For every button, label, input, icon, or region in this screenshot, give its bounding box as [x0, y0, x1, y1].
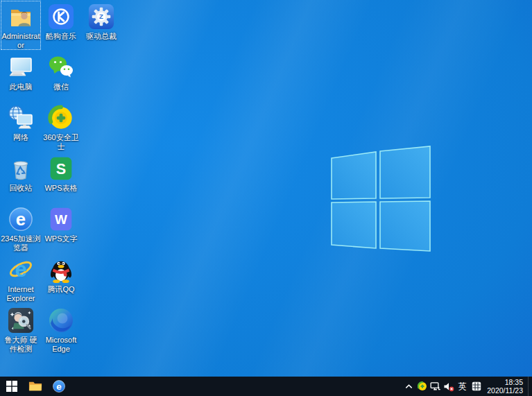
start-icon [6, 381, 17, 392]
desktop-icon-label: Internet Explorer [1, 285, 41, 303]
ludashi-icon [7, 307, 35, 334]
desktop-icon-driver-genius[interactable]: Z驱动总裁 [81, 1, 121, 41]
desktop-icon-label: Microsoft Edge [41, 336, 81, 354]
e2345-icon: e [7, 205, 35, 233]
safe360-mini-icon [418, 381, 427, 391]
svg-text:S: S [56, 160, 66, 178]
taskbar-buttons: e [0, 377, 71, 396]
svg-text:Z: Z [99, 12, 103, 20]
desktop-icon-this-pc[interactable]: 此电脑 [1, 51, 41, 92]
taskbar-button-2345-browser[interactable]: e [47, 377, 71, 396]
svg-text:e: e [16, 209, 26, 229]
desktop-icon-label: Administrator [1, 32, 41, 50]
show-desktop-button[interactable] [528, 377, 532, 396]
clock-time: 18:35 [505, 378, 523, 386]
desktop-icon-kugou-music[interactable]: 酷狗音乐 [41, 1, 81, 41]
desktop-icon-label: 酷狗音乐 [41, 32, 81, 41]
qq-icon [47, 256, 75, 284]
network-mini-icon [430, 381, 440, 391]
desktop-icon-label: 驱动总裁 [81, 32, 121, 41]
tray-icons [402, 377, 455, 396]
desktop-icon-label: 2345加速浏览器 [1, 234, 41, 252]
network-icon [7, 104, 35, 132]
desktop-icon-label: 鲁大师 硬件检测 [1, 336, 41, 354]
recycle-bin-icon [7, 155, 35, 182]
desktop-icon-microsoft-edge[interactable]: Microsoft Edge [41, 304, 81, 354]
desktop-icon-tencent-qq[interactable]: 腾讯QQ [41, 254, 81, 294]
desktop-icon-label: 此电脑 [1, 83, 41, 92]
taskbar-clock[interactable]: 18:35 2020/11/23 [483, 377, 528, 396]
ie-icon: e [7, 256, 35, 284]
taskbar-button-file-explorer[interactable] [24, 377, 47, 396]
windows-logo [326, 143, 431, 252]
desktop-icon-recycle-bin[interactable]: 回收站 [1, 153, 41, 193]
kugou-icon [47, 3, 75, 31]
windows-desktop-screen: Administrator酷狗音乐Z驱动总裁此电脑微信网络360安全卫士回收站S… [0, 0, 532, 396]
ime-grid-icon[interactable] [470, 377, 483, 396]
desktop-icon-internet-explorer[interactable]: eInternet Explorer [1, 254, 41, 303]
volume-mute-icon [443, 381, 454, 392]
svg-text:e: e [56, 381, 62, 392]
desktop-icon-wps-writer[interactable]: WWPS文字 [41, 203, 81, 243]
driver-gear-icon: Z [87, 3, 115, 31]
user-folder-icon [7, 3, 35, 31]
wechat-icon [47, 53, 75, 81]
desktop-icon-wechat[interactable]: 微信 [41, 51, 81, 92]
desktop-icon-ludashi[interactable]: 鲁大师 硬件检测 [1, 304, 41, 354]
edge-icon [47, 307, 75, 334]
svg-text:W: W [55, 212, 67, 227]
desktop-wallpaper[interactable]: Administrator酷狗音乐Z驱动总裁此电脑微信网络360安全卫士回收站S… [0, 0, 532, 377]
tray-network[interactable] [429, 377, 442, 396]
desktop-icon-label: 360安全卫士 [41, 133, 81, 151]
e2345-task-icon: e [52, 379, 66, 393]
safe360-icon [47, 104, 75, 132]
taskbar: e 英 18:35 2020/11/23 [0, 377, 532, 396]
desktop-icon-wps-sheet[interactable]: SWPS表格 [41, 153, 81, 193]
this-pc-icon [7, 53, 35, 81]
desktop-icon-360-safe[interactable]: 360安全卫士 [41, 102, 81, 151]
desktop-icon-label: 微信 [41, 83, 81, 92]
wps-writer-icon: W [47, 205, 75, 233]
desktop-icon-label: 回收站 [1, 184, 41, 193]
desktop-icon-label: 网络 [1, 133, 41, 142]
taskbar-button-start[interactable] [0, 377, 24, 396]
svg-text:e: e [15, 257, 26, 282]
tray-expand[interactable] [402, 377, 415, 396]
desktop-icon-label: WPS表格 [41, 184, 81, 193]
explorer-icon [28, 380, 42, 393]
desktop-icon-administrator[interactable]: Administrator [1, 1, 41, 50]
ime-language-indicator[interactable]: 英 [455, 377, 470, 396]
system-tray: 英 18:35 2020/11/23 [402, 377, 532, 396]
desktop-icon-network[interactable]: 网络 [1, 102, 41, 142]
wps-sheet-icon: S [47, 155, 75, 182]
desktop-icon-label: WPS文字 [41, 234, 81, 243]
tray-360-safe[interactable] [415, 377, 429, 396]
chevron-up-icon [404, 382, 413, 391]
desktop-icon-label: 腾讯QQ [41, 285, 81, 294]
clock-date: 2020/11/23 [487, 386, 523, 395]
desktop-icon-2345-browser[interactable]: e2345加速浏览器 [1, 203, 41, 252]
tray-volume-muted[interactable] [442, 377, 455, 396]
